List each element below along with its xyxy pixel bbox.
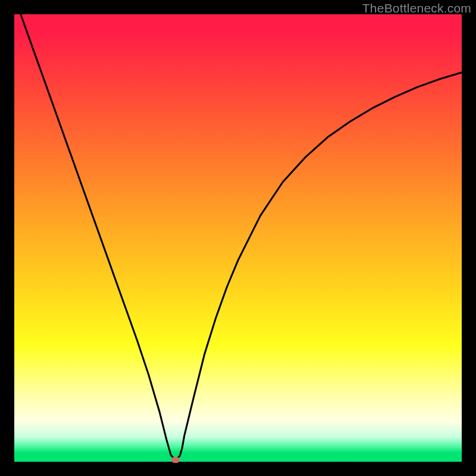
chart-outer-frame: TheBottleneck.com [0, 0, 476, 476]
bottleneck-curve [14, 14, 462, 462]
watermark-text: TheBottleneck.com [362, 1, 471, 15]
chart-plot-area [14, 14, 462, 462]
optimum-marker [171, 457, 180, 463]
